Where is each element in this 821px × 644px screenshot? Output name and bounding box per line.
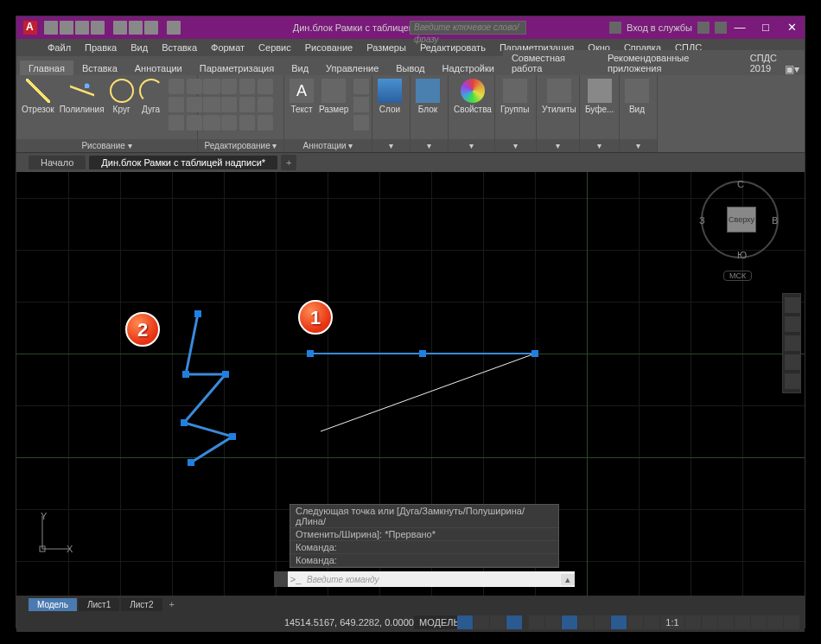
dimension-button[interactable]: Размер bbox=[319, 79, 348, 114]
status-icon[interactable] bbox=[702, 615, 717, 629]
menu-format[interactable]: Формат bbox=[204, 42, 251, 53]
lineweight-toggle-icon[interactable] bbox=[562, 615, 577, 629]
tab-output[interactable]: Вывод bbox=[387, 61, 433, 75]
grip-point[interactable] bbox=[531, 350, 538, 357]
erase-icon[interactable] bbox=[258, 79, 273, 94]
properties-button[interactable]: Свойства bbox=[454, 79, 492, 114]
search-input[interactable]: Введите ключевое слово/фразу bbox=[410, 21, 526, 35]
menu-edit[interactable]: Правка bbox=[78, 42, 124, 53]
cloud-icon[interactable] bbox=[353, 115, 369, 131]
nav-wheel-icon[interactable] bbox=[785, 297, 800, 313]
grip-point[interactable] bbox=[194, 310, 201, 317]
menu-tools[interactable]: Сервис bbox=[251, 42, 298, 53]
mirror-icon[interactable] bbox=[221, 97, 237, 112]
viewcube[interactable]: Сверху С Ю З В МСК bbox=[701, 181, 779, 284]
qat-share-icon[interactable] bbox=[167, 21, 181, 35]
status-icon[interactable] bbox=[751, 615, 767, 629]
layout-tab-sheet1[interactable]: Лист1 bbox=[79, 598, 119, 611]
arc-button[interactable]: Дуга bbox=[139, 79, 163, 114]
user-icon[interactable] bbox=[609, 22, 621, 34]
grip-point[interactable] bbox=[222, 371, 229, 378]
qat-new-icon[interactable] bbox=[44, 21, 58, 35]
qat-saveas-icon[interactable] bbox=[91, 21, 105, 35]
status-icon[interactable] bbox=[685, 615, 701, 629]
nav-showmotion-icon[interactable] bbox=[785, 373, 800, 389]
table-icon[interactable] bbox=[353, 97, 369, 112]
panel-groups-expand[interactable]: ▾ bbox=[495, 139, 536, 152]
nav-zoom-icon[interactable] bbox=[785, 335, 800, 351]
panel-view-expand[interactable]: ▾ bbox=[620, 139, 657, 152]
polyline-button[interactable]: Полилиния bbox=[60, 79, 105, 114]
groups-button[interactable]: Группы bbox=[500, 79, 529, 114]
ribbon-collapse-icon[interactable]: ▣▾ bbox=[785, 63, 799, 75]
file-tab-document[interactable]: Дин.блок Рамки с таблицей надписи* bbox=[89, 156, 277, 169]
menu-view[interactable]: Вид bbox=[124, 42, 155, 53]
status-icon[interactable] bbox=[627, 615, 643, 629]
qat-open-icon[interactable] bbox=[60, 21, 73, 35]
status-icon[interactable] bbox=[735, 615, 750, 629]
status-icon[interactable] bbox=[595, 615, 610, 629]
utilities-button[interactable]: Утилиты bbox=[542, 79, 576, 114]
status-icon[interactable] bbox=[578, 615, 594, 629]
annotation-scale[interactable]: 1:1 bbox=[660, 615, 684, 629]
drawing-canvas[interactable]: Сверху С Ю З В МСК 1 2 bbox=[16, 172, 805, 596]
panel-clipboard-expand[interactable]: ▾ bbox=[580, 139, 619, 152]
polar-toggle-icon[interactable] bbox=[506, 615, 522, 629]
file-tab-start[interactable]: Начало bbox=[29, 156, 86, 169]
layout-tab-model[interactable]: Модель bbox=[29, 598, 77, 611]
status-icon[interactable] bbox=[767, 615, 783, 629]
text-button[interactable]: AТекст bbox=[290, 79, 314, 114]
viewcube-wcs[interactable]: МСК bbox=[723, 271, 752, 281]
polyline-object-1[interactable] bbox=[293, 345, 552, 440]
status-icon[interactable] bbox=[718, 615, 734, 629]
grip-point[interactable] bbox=[229, 433, 236, 440]
layout-tab-sheet2[interactable]: Лист2 bbox=[121, 598, 162, 611]
panel-modify-title[interactable]: Редактирование ▾ bbox=[198, 139, 283, 152]
rotate-icon[interactable] bbox=[221, 79, 237, 94]
status-icon[interactable] bbox=[644, 615, 659, 629]
fillet-icon[interactable] bbox=[239, 97, 255, 112]
nav-orbit-icon[interactable] bbox=[785, 354, 800, 370]
panel-layers-expand[interactable]: ▾ bbox=[372, 139, 410, 152]
grip-point[interactable] bbox=[188, 459, 194, 466]
qat-redo-icon[interactable] bbox=[144, 21, 158, 35]
panel-block-expand[interactable]: ▾ bbox=[410, 139, 448, 152]
clipboard-button[interactable]: Буфе... bbox=[585, 79, 614, 114]
layers-button[interactable]: Слои bbox=[378, 79, 402, 114]
copy-icon[interactable] bbox=[203, 97, 219, 112]
tool-icon[interactable] bbox=[169, 97, 184, 112]
qat-save-icon[interactable] bbox=[75, 21, 89, 35]
tab-insert[interactable]: Вставка bbox=[73, 61, 126, 75]
viewcube-top[interactable]: Сверху bbox=[727, 207, 756, 233]
grip-point[interactable] bbox=[181, 419, 188, 426]
minimize-button[interactable]: — bbox=[727, 16, 753, 39]
coordinates-readout[interactable]: 14514.5167, 649.2282, 0.0000 bbox=[284, 617, 414, 628]
scale-icon[interactable] bbox=[221, 115, 237, 131]
grip-point[interactable] bbox=[182, 371, 189, 378]
array-icon[interactable] bbox=[239, 115, 255, 131]
nav-pan-icon[interactable] bbox=[785, 316, 800, 332]
stretch-icon[interactable] bbox=[203, 115, 219, 131]
grip-point[interactable] bbox=[419, 350, 426, 357]
trim-icon[interactable] bbox=[239, 79, 255, 94]
app-icon[interactable] bbox=[23, 21, 37, 35]
leader-icon[interactable] bbox=[353, 79, 369, 94]
otrack-toggle-icon[interactable] bbox=[545, 615, 561, 629]
status-icon[interactable] bbox=[611, 615, 627, 629]
panel-properties-expand[interactable]: ▾ bbox=[449, 139, 494, 152]
exchange-icon[interactable] bbox=[697, 22, 710, 34]
ortho-toggle-icon[interactable] bbox=[490, 615, 506, 629]
login-label[interactable]: Вход в службы bbox=[627, 22, 692, 33]
menu-file[interactable]: Файл bbox=[41, 42, 78, 53]
command-input[interactable]: Введите команду bbox=[303, 575, 561, 584]
tab-collab[interactable]: Совместная работа bbox=[503, 50, 599, 75]
tab-annotate[interactable]: Аннотации bbox=[126, 61, 191, 75]
close-button[interactable]: ✕ bbox=[779, 16, 805, 39]
maximize-button[interactable]: □ bbox=[753, 16, 779, 39]
grid-toggle-icon[interactable] bbox=[457, 615, 473, 629]
view-button[interactable]: Вид bbox=[625, 79, 649, 114]
tool-icon[interactable] bbox=[169, 79, 184, 94]
qat-plot-icon[interactable] bbox=[113, 21, 127, 35]
grip-point[interactable] bbox=[307, 350, 314, 357]
offset-icon[interactable] bbox=[258, 115, 273, 131]
